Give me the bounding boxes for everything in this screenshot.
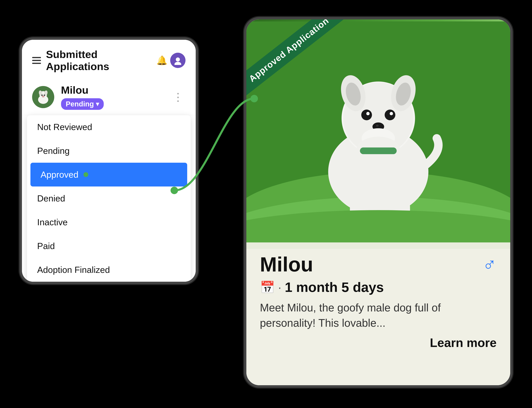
app-header: Submitted Applications 🔔 <box>22 40 196 79</box>
svg-point-23 <box>385 110 395 120</box>
learn-more-link[interactable]: Learn more <box>260 336 497 350</box>
pet-card-name-row: Milou ♂ <box>260 253 497 276</box>
svg-point-3 <box>174 62 181 65</box>
pet-info: Milou Pending ▾ <box>61 84 164 110</box>
bell-icon[interactable]: 🔔 <box>157 55 167 66</box>
svg-rect-33 <box>360 148 396 154</box>
pet-card-info: Milou ♂ 📅 · 1 month 5 days Meet Milou, t… <box>246 242 510 385</box>
pet-avatar <box>32 86 54 108</box>
dropdown-item-denied[interactable]: Denied <box>27 187 191 210</box>
dropdown-item-adoption-finalized[interactable]: Adoption Finalized <box>27 258 191 282</box>
svg-point-10 <box>44 94 45 96</box>
pet-row: Milou Pending ▾ ⋮ <box>22 79 196 115</box>
pet-age-row: 📅 · 1 month 5 days <box>260 280 497 295</box>
status-badge[interactable]: Pending ▾ <box>61 98 104 110</box>
svg-point-25 <box>389 112 393 115</box>
app-panel: Submitted Applications 🔔 <box>19 37 198 284</box>
pet-card-name: Milou <box>260 253 313 276</box>
pending-label: Pending <box>37 146 70 156</box>
avatar[interactable] <box>170 53 186 68</box>
hamburger-icon[interactable] <box>32 57 41 64</box>
dropdown-item-inactive[interactable]: Inactive <box>27 210 191 234</box>
not-reviewed-label: Not Reviewed <box>37 122 92 132</box>
more-options-button[interactable]: ⋮ <box>171 91 186 103</box>
male-symbol-icon: ♂ <box>482 254 497 275</box>
approved-dot-indicator <box>84 172 88 177</box>
status-label: Pending <box>66 100 94 108</box>
status-dropdown: Not Reviewed Pending Approved Denied Ina… <box>27 115 191 282</box>
pet-name: Milou <box>61 84 164 96</box>
dropdown-item-paid[interactable]: Paid <box>27 234 191 258</box>
dropdown-item-approved[interactable]: Approved <box>30 163 187 187</box>
paid-label: Paid <box>37 241 55 251</box>
adoption-finalized-label: Adoption Finalized <box>37 265 110 275</box>
svg-point-2 <box>176 58 180 61</box>
chevron-down-icon: ▾ <box>96 101 99 108</box>
svg-point-9 <box>41 94 43 96</box>
dropdown-item-pending[interactable]: Pending <box>27 139 191 163</box>
pet-age: 1 month 5 days <box>285 280 384 295</box>
approved-label: Approved <box>41 170 78 180</box>
pet-description: Meet Milou, the goofy male dog full of p… <box>260 300 497 331</box>
svg-point-27 <box>376 125 379 127</box>
svg-point-11 <box>42 96 44 97</box>
page-title: Submitted Applications <box>46 48 154 72</box>
svg-point-24 <box>366 112 370 115</box>
dropdown-item-not-reviewed[interactable]: Not Reviewed <box>27 115 191 139</box>
pet-card: Approved Application Milou ♂ 📅 · 1 month… <box>244 17 513 388</box>
svg-point-22 <box>361 110 372 120</box>
pet-card-photo: Approved Application <box>246 19 510 249</box>
calendar-icon: 📅 <box>260 280 275 294</box>
denied-label: Denied <box>37 193 65 204</box>
inactive-label: Inactive <box>37 217 68 227</box>
